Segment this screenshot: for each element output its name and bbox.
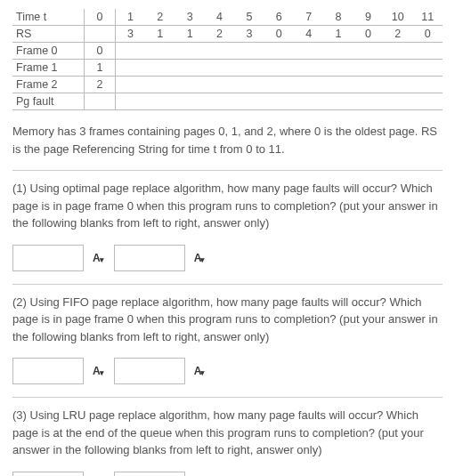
label-time: Time t [12, 9, 85, 26]
label-frame2: Frame 2 [12, 77, 85, 93]
q1-input-2[interactable] [114, 245, 185, 271]
q2-input-2[interactable] [114, 358, 185, 384]
row-pgfault: Pg fault [12, 93, 443, 110]
answer-row-1: A A [12, 245, 443, 271]
description-text: Memory has 3 frames containing pages 0, … [12, 123, 443, 157]
row-frame1: Frame 1 1 [12, 60, 443, 77]
divider [12, 397, 443, 398]
answer-row-2: A A [12, 358, 443, 384]
divider [12, 170, 443, 171]
label-pgfault: Pg fault [12, 93, 85, 110]
row-time: Time t 0 1 2 3 4 5 6 7 8 9 10 11 [12, 9, 443, 26]
question-3: (3) Using LRU page replace algorithm, ho… [12, 407, 443, 459]
row-frame2: Frame 2 2 [12, 77, 443, 93]
answer-row-3: A A [12, 472, 443, 477]
divider [12, 284, 443, 285]
q2-input-1[interactable] [12, 358, 84, 384]
q3-input-1[interactable] [12, 472, 84, 477]
question-1: (1) Using optimal page replace algorithm… [12, 180, 443, 232]
q3-input-2[interactable] [114, 472, 185, 477]
q1-input-1[interactable] [12, 245, 84, 271]
format-icon[interactable]: A [194, 253, 207, 263]
label-frame0: Frame 0 [12, 43, 85, 60]
format-icon[interactable]: A [194, 366, 207, 376]
question-2: (2) Using FIFO page replace algorithm, h… [12, 294, 443, 346]
label-rs: RS [12, 26, 85, 43]
format-icon[interactable]: A [93, 366, 105, 376]
label-frame1: Frame 1 [12, 60, 85, 77]
format-icon[interactable]: A [93, 253, 105, 263]
row-rs: RS 3 1 1 2 3 0 4 1 0 2 0 [12, 26, 443, 43]
memory-table: Time t 0 1 2 3 4 5 6 7 8 9 10 11 RS 3 1 … [12, 9, 443, 110]
row-frame0: Frame 0 0 [12, 43, 443, 60]
